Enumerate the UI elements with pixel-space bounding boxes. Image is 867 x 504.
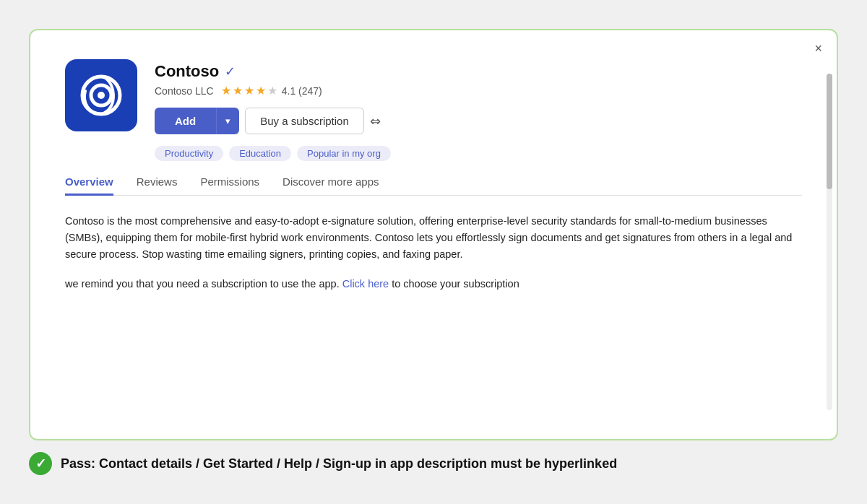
app-publisher-row: Contoso LLC ★ ★ ★ ★ ★ 4.1 (247) — [155, 84, 802, 97]
buy-subscription-button[interactable]: Buy a subscription — [245, 108, 364, 134]
close-button[interactable]: × — [814, 42, 822, 55]
app-icon — [65, 59, 137, 131]
content-section: Contoso is the most comprehensive and ea… — [65, 213, 802, 293]
subscription-note: we remind you that you need a subscripti… — [65, 276, 802, 292]
scrollbar-thumb — [827, 74, 832, 189]
subscription-note-post: to choose your subscription — [392, 278, 519, 290]
publisher-name: Contoso LLC — [155, 85, 214, 97]
bottom-bar: ✓ Pass: Contact details / Get Started / … — [29, 452, 838, 475]
star-2: ★ — [233, 84, 243, 97]
rating-text: 4.1 (247) — [282, 85, 322, 97]
svg-point-2 — [98, 92, 105, 99]
star-3: ★ — [244, 84, 254, 97]
subscription-note-pre: we remind you that you need a subscripti… — [65, 278, 340, 290]
pass-icon: ✓ — [29, 452, 52, 475]
star-5: ★ — [267, 84, 277, 97]
app-header: Contoso ✓︎ Contoso LLC ★ ★ ★ ★ ★ 4.1 (24… — [65, 59, 802, 161]
link-icon-button[interactable]: ⇔ — [370, 113, 381, 129]
verified-icon: ✓︎ — [225, 64, 236, 79]
tab-nav: Overview Reviews Permissions Discover mo… — [65, 175, 802, 196]
action-row: Add ▾ Buy a subscription ⇔ — [155, 108, 802, 134]
tag-education[interactable]: Education — [229, 146, 291, 161]
tab-permissions[interactable]: Permissions — [200, 175, 259, 196]
add-button-group: Add ▾ — [155, 108, 239, 134]
click-here-link[interactable]: Click here — [342, 278, 389, 290]
star-4: ★ — [256, 84, 266, 97]
tag-productivity[interactable]: Productivity — [155, 146, 223, 161]
app-logo-svg — [75, 69, 127, 121]
add-button[interactable]: Add — [155, 108, 216, 134]
app-detail-modal: × Contoso ✓︎ Contoso LLC ★ ★ — [29, 29, 838, 440]
tab-reviews[interactable]: Reviews — [137, 175, 178, 196]
app-info: Contoso ✓︎ Contoso LLC ★ ★ ★ ★ ★ 4.1 (24… — [155, 59, 802, 161]
app-description: Contoso is the most comprehensive and ea… — [65, 213, 802, 264]
pass-text: Pass: Contact details / Get Started / He… — [61, 456, 617, 472]
star-1: ★ — [221, 84, 231, 97]
tags-row: Productivity Education Popular in my org — [155, 146, 802, 161]
add-dropdown-button[interactable]: ▾ — [216, 108, 239, 134]
tab-discover[interactable]: Discover more apps — [282, 175, 379, 196]
tag-popular[interactable]: Popular in my org — [297, 146, 391, 161]
star-rating: ★ ★ ★ ★ ★ 4.1 (247) — [221, 84, 322, 97]
scrollbar-track[interactable] — [827, 74, 832, 410]
app-title-row: Contoso ✓︎ — [155, 62, 802, 81]
app-name: Contoso — [155, 62, 219, 81]
tab-overview[interactable]: Overview — [65, 175, 113, 196]
